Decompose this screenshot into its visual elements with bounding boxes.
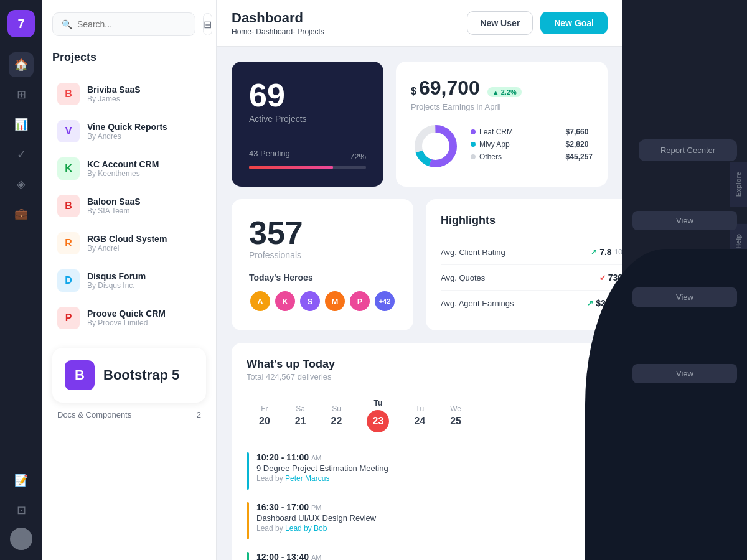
earnings-label: Projects Earnings in April [411, 102, 593, 111]
project-by: By Keenthemes [87, 169, 201, 178]
hero-avatar: S [299, 290, 321, 312]
filter-button[interactable]: ⊟ [203, 13, 212, 35]
legend-name: Mivy App [479, 140, 510, 149]
day-name: Tu [416, 404, 425, 413]
project-item[interactable]: K KC Account CRM By Keenthemes [52, 151, 206, 186]
nav-avatar[interactable]: 7 [7, 10, 35, 37]
legend-amount: $2,820 [566, 140, 593, 149]
calendar-section: What's up Today Total 424,567 deliveries… [232, 343, 608, 560]
content-area: 69 Active Projects 43 Pending 72% $ 69,7… [217, 47, 622, 560]
hero-avatar: M [324, 290, 346, 312]
nav-icon-briefcase[interactable]: 💼 [9, 202, 34, 226]
calendar-day[interactable]: Su 22 [319, 399, 355, 432]
active-projects-number: 69 [249, 79, 366, 111]
project-by: By Proove Limited [87, 319, 201, 327]
project-name: Disqus Forum [87, 271, 201, 281]
event-lead-link[interactable]: Peter Marcus [285, 474, 329, 483]
view-button-1[interactable]: View [632, 211, 737, 230]
event-description: 9 Degree Project Estimation Meeting [256, 464, 388, 473]
calendar-day[interactable]: Fr 20 [247, 399, 283, 432]
view-button-3[interactable]: View [632, 364, 737, 383]
search-row: 🔍 ⊟ [52, 12, 206, 36]
search-icon: 🔍 [62, 19, 72, 29]
nav-icon-layers[interactable]: ◈ [9, 172, 34, 197]
breadcrumb-current: Projects [297, 27, 324, 36]
professionals-label: Professionals [249, 250, 396, 260]
project-list: B Briviba SaaS By James V Vine Quick Rep… [52, 77, 206, 335]
nav-icon-check[interactable]: ✓ [9, 142, 34, 167]
bootstrap-label: Bootstrap 5 [103, 367, 179, 383]
active-projects-card: 69 Active Projects 43 Pending 72% [232, 62, 383, 187]
search-wrap: 🔍 [52, 12, 195, 36]
event-bar [247, 552, 249, 560]
event-lead-link[interactable]: Lead by Bob [285, 524, 327, 533]
highlight-value: ↗ 7.8 10 [591, 247, 622, 257]
day-name: We [450, 404, 461, 413]
search-input[interactable] [77, 19, 186, 29]
legend-amount: $45,257 [566, 152, 593, 161]
legend-dot [471, 129, 476, 134]
project-by: By Andrei [87, 244, 201, 253]
earnings-amount: 69,700 [419, 77, 480, 100]
project-name: Vine Quick Reports [87, 122, 201, 132]
project-item[interactable]: B Briviba SaaS By James [52, 77, 206, 111]
project-name: Proove Quick CRM [87, 309, 201, 319]
project-by: By Disqus Inc. [87, 281, 201, 290]
project-info: Disqus Forum By Disqus Inc. [87, 271, 201, 290]
trend-up-icon: ↗ [591, 248, 597, 256]
left-navigation: 7 🏠 ⊞ 📊 ✓ ◈ 💼 📝 ⊡ [0, 0, 42, 560]
day-number: 24 [414, 416, 425, 427]
breadcrumb-home: Home- [232, 27, 254, 36]
hero-avatar: P [349, 290, 371, 312]
nav-icon-note[interactable]: 📝 [9, 468, 34, 493]
project-by: By James [87, 95, 201, 103]
nav-user-avatar[interactable] [10, 528, 32, 550]
new-user-button[interactable]: New User [467, 11, 533, 35]
main-content: Dashboard Home- Dashboard- Projects New … [217, 0, 622, 560]
event-time: 10:20 - 11:00 AM [256, 452, 388, 462]
event-time: 12:00 - 13:40 AM [256, 552, 372, 560]
project-icon: B [57, 195, 80, 217]
calendar-day[interactable]: Tu 24 [402, 399, 438, 432]
calendar-days: Fr 20 Sa 21 Su 22 Tu 23 Tu 24 We 25 [247, 394, 593, 437]
breadcrumb-dashboard: Dashboard- [256, 27, 295, 36]
project-info: KC Account CRM By Keenthemes [87, 159, 201, 178]
donut-chart [411, 121, 461, 171]
progress-fill [249, 166, 333, 169]
event-item: 16:30 - 17:00 PM Dashboard UI/UX Design … [247, 502, 593, 539]
calendar-day[interactable]: Tu 23 [354, 394, 402, 437]
nav-icon-widget[interactable]: ⊡ [9, 498, 34, 523]
day-number: 22 [331, 416, 342, 427]
day-number: 25 [450, 416, 461, 427]
project-item[interactable]: V Vine Quick Reports By Andres [52, 114, 206, 149]
calendar-day[interactable]: Sa 21 [283, 399, 319, 432]
highlight-row: Avg. Quotes ↙ 730 [441, 265, 622, 291]
project-item[interactable]: R RGB Cloud System By Andrei [52, 226, 206, 261]
day-number: 20 [259, 416, 270, 427]
project-by: By SIA Team [87, 207, 201, 215]
legend-dot [471, 142, 476, 147]
day-number-active: 23 [367, 410, 389, 432]
calendar-day[interactable]: We 25 [438, 399, 474, 432]
project-item[interactable]: D Disqus Forum By Disqus Inc. [52, 263, 206, 298]
legend-item: Others [471, 152, 556, 161]
professionals-card: 357 Professionals Today's Heroes AKSMP+4… [232, 199, 413, 330]
project-item[interactable]: B Baloon SaaS By SIA Team [52, 189, 206, 223]
new-goal-button[interactable]: New Goal [540, 12, 608, 34]
nav-icon-grid[interactable]: ⊞ [9, 82, 34, 107]
project-item[interactable]: P Proove Quick CRM By Proove Limited [52, 301, 206, 335]
report-center-button[interactable]: Report Cecnter [639, 139, 737, 161]
nav-icon-chart[interactable]: 📊 [9, 112, 34, 137]
header: Dashboard Home- Dashboard- Projects New … [217, 0, 622, 47]
event-bar [247, 502, 249, 539]
legend-dot [471, 154, 476, 159]
breadcrumb: Home- Dashboard- Projects [232, 27, 324, 36]
pending-label: 43 Pending [249, 149, 290, 158]
day-number: 21 [295, 416, 306, 427]
view-button-2[interactable]: View [632, 287, 737, 307]
project-icon: K [57, 157, 80, 180]
highlights-card: Highlights Avg. Client Rating ↗ 7.8 10 A… [426, 199, 622, 330]
day-name: Tu [374, 399, 383, 408]
nav-icon-home[interactable]: 🏠 [9, 52, 34, 77]
earnings-currency: $ [411, 86, 416, 97]
